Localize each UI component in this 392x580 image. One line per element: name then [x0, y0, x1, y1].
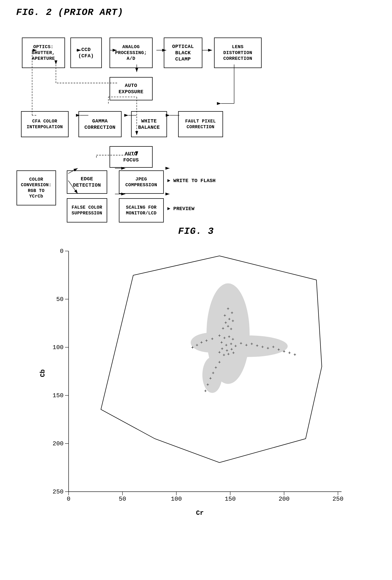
cluster-shading: [191, 283, 288, 393]
block-autofocus: AUTOFOCUS: [110, 146, 153, 168]
block-colorconv: COLORCONVERSION:RGB TOYCrCb: [16, 170, 56, 205]
fig2-title: FIG. 2 (PRIOR ART): [16, 7, 381, 18]
label-writeflash: ► WRITE TO FLASH: [167, 178, 216, 183]
block-scaling: SCALING FORMONITOR/LCD: [119, 198, 164, 222]
svg-text:150: 150: [52, 392, 63, 399]
svg-text:150: 150: [225, 496, 236, 502]
svg-text:50: 50: [56, 296, 64, 303]
block-white: WHITEBALANCE: [131, 111, 167, 137]
svg-text:100: 100: [171, 496, 182, 502]
block-gamma: GAMMACORRECTION: [78, 111, 122, 137]
fig3-container: Cb Cr 0 50 100 150 200 250 0 50 100 150 …: [34, 240, 358, 519]
label-preview: ► PREVIEW: [167, 206, 194, 212]
fig3-title: FIG. 3: [11, 226, 381, 237]
svg-text:200: 200: [278, 496, 289, 502]
fig3-x-axis-label: Cr: [196, 509, 204, 517]
svg-text:200: 200: [52, 440, 63, 447]
block-edgedet: EDGEDETECTION: [67, 170, 107, 194]
svg-text:50: 50: [119, 496, 126, 502]
svg-text:+: +: [293, 352, 296, 358]
fig2-diagram: OPTICS:SHUTTER,APERTURE CCD(CFA) ANALOGP…: [11, 23, 381, 212]
svg-text:250: 250: [332, 496, 343, 502]
block-cfacolor: CFA COLORINTERPOLATION: [21, 111, 69, 137]
block-faultpix: FAULT PIXELCORRECTION: [178, 111, 223, 137]
block-optblack: OPTICALBLACKCLAMP: [164, 37, 202, 68]
fig3-chart-svg: 0 50 100 150 200 250 0 50 100 150 200 25…: [51, 246, 347, 502]
svg-text:250: 250: [52, 488, 63, 495]
block-optics: OPTICS:SHUTTER,APERTURE: [22, 37, 65, 68]
svg-text:0: 0: [60, 248, 63, 255]
block-autoexp: AUTOEXPOSURE: [110, 77, 153, 100]
svg-text:100: 100: [52, 344, 63, 351]
block-falsecolor: FALSE COLORSUPPRESSION: [67, 198, 107, 222]
block-ccd: CCD(CFA): [70, 37, 102, 68]
block-analog: ANALOGPROCESSING;A/D: [110, 37, 153, 68]
svg-text:0: 0: [67, 496, 70, 502]
svg-point-105: [202, 357, 222, 393]
fig3-y-axis-label: Cb: [39, 369, 46, 377]
block-lensdist: LENSDISTORTIONCORRECTION: [214, 37, 262, 68]
svg-text:+: +: [288, 350, 291, 356]
block-jpeg: JPEGCOMPRESSION: [119, 170, 164, 194]
svg-point-104: [191, 333, 230, 352]
